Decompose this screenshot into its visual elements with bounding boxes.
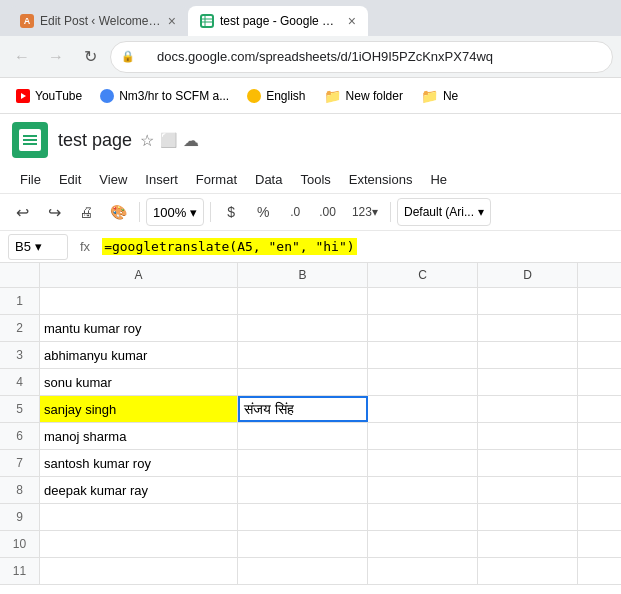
cell-b3[interactable] — [238, 342, 368, 368]
bookmark-nm3[interactable]: Nm3/hr to SCFM a... — [92, 85, 237, 107]
decimal-increase-button[interactable]: .00 — [313, 198, 342, 226]
cell-b11[interactable] — [238, 558, 368, 584]
menu-view[interactable]: View — [91, 168, 135, 191]
tab2-close[interactable]: × — [348, 13, 356, 29]
cell-b1[interactable] — [238, 288, 368, 314]
cell-c8[interactable] — [368, 477, 478, 503]
cell-ref-value: B5 — [15, 239, 31, 254]
menu-format[interactable]: Format — [188, 168, 245, 191]
cell-reference-box[interactable]: B5 ▾ — [8, 234, 68, 260]
cell-b6[interactable] — [238, 423, 368, 449]
cell-b2[interactable] — [238, 315, 368, 341]
tab1-title: Edit Post ‹ Welcome to Abhi's Bl... — [40, 14, 162, 28]
cell-d8[interactable] — [478, 477, 578, 503]
cell-c9[interactable] — [368, 504, 478, 530]
row-num-4: 4 — [0, 369, 40, 395]
doc-title[interactable]: test page — [58, 130, 132, 151]
logo-line-3 — [23, 143, 37, 145]
column-headers: A B C D — [0, 263, 621, 288]
cell-a3[interactable]: abhimanyu kumar — [40, 342, 238, 368]
paint-format-button[interactable]: 🎨 — [104, 198, 133, 226]
cell-d9[interactable] — [478, 504, 578, 530]
star-icon[interactable]: ☆ — [140, 131, 154, 150]
cell-d5[interactable] — [478, 396, 578, 422]
menu-insert[interactable]: Insert — [137, 168, 186, 191]
redo-button[interactable]: ↪ — [40, 198, 68, 226]
address-input[interactable]: 🔒 docs.google.com/spreadsheets/d/1iOH9I5… — [110, 41, 613, 73]
forward-button[interactable]: → — [42, 43, 70, 71]
cell-b7[interactable] — [238, 450, 368, 476]
cell-a1[interactable] — [40, 288, 238, 314]
cell-c6[interactable] — [368, 423, 478, 449]
menu-file[interactable]: File — [12, 168, 49, 191]
formula-content[interactable]: =googletranslate(A5, "en", "hi") — [102, 239, 613, 254]
nm3-favicon — [100, 89, 114, 103]
col-header-b[interactable]: B — [238, 263, 368, 287]
menu-extensions[interactable]: Extensions — [341, 168, 421, 191]
cell-a2[interactable]: mantu kumar roy — [40, 315, 238, 341]
bookmarks-bar: YouTube Nm3/hr to SCFM a... English 📁 Ne… — [0, 78, 621, 114]
cell-d10[interactable] — [478, 531, 578, 557]
col-header-c[interactable]: C — [368, 263, 478, 287]
bookmark-youtube[interactable]: YouTube — [8, 85, 90, 107]
folder-move-icon[interactable]: ⬜ — [160, 132, 177, 148]
folder2-icon: 📁 — [421, 88, 438, 104]
cell-c5[interactable] — [368, 396, 478, 422]
cell-b8[interactable] — [238, 477, 368, 503]
row-num-11: 11 — [0, 558, 40, 584]
cell-a10[interactable] — [40, 531, 238, 557]
currency-button[interactable]: $ — [217, 198, 245, 226]
cloud-sync-icon[interactable]: ☁ — [183, 131, 199, 150]
reload-button[interactable]: ↻ — [76, 43, 104, 71]
menu-edit[interactable]: Edit — [51, 168, 89, 191]
cell-c3[interactable] — [368, 342, 478, 368]
cell-c2[interactable] — [368, 315, 478, 341]
cell-a5[interactable]: sanjay singh — [40, 396, 238, 422]
back-button[interactable]: ← — [8, 43, 36, 71]
undo-button[interactable]: ↩ — [8, 198, 36, 226]
font-select[interactable]: Default (Ari... ▾ — [397, 198, 491, 226]
tab1-close[interactable]: × — [168, 13, 176, 29]
tab-1[interactable]: A Edit Post ‹ Welcome to Abhi's Bl... × — [8, 6, 188, 36]
row-num-9: 9 — [0, 504, 40, 530]
print-button[interactable]: 🖨 — [72, 198, 100, 226]
col-header-d[interactable]: D — [478, 263, 578, 287]
cell-b10[interactable] — [238, 531, 368, 557]
table-row: 4 sonu kumar — [0, 369, 621, 396]
cell-d3[interactable] — [478, 342, 578, 368]
cell-a9[interactable] — [40, 504, 238, 530]
cell-d2[interactable] — [478, 315, 578, 341]
cell-a7[interactable]: santosh kumar roy — [40, 450, 238, 476]
cell-ref-chevron: ▾ — [35, 239, 42, 254]
percent-button[interactable]: % — [249, 198, 277, 226]
bookmark-ne[interactable]: 📁 Ne — [413, 84, 466, 108]
decimal-decrease-button[interactable]: .0 — [281, 198, 309, 226]
bookmark-english[interactable]: English — [239, 85, 313, 107]
cell-a4[interactable]: sonu kumar — [40, 369, 238, 395]
cell-c4[interactable] — [368, 369, 478, 395]
cell-d11[interactable] — [478, 558, 578, 584]
bookmark-newfolder[interactable]: 📁 New folder — [316, 84, 411, 108]
zoom-select[interactable]: 100% ▾ — [146, 198, 204, 226]
more-formats-button[interactable]: 123 ▾ — [346, 198, 384, 226]
cell-b5[interactable]: संजय सिंह — [238, 396, 368, 422]
cell-a6[interactable]: manoj sharma — [40, 423, 238, 449]
cell-c10[interactable] — [368, 531, 478, 557]
cell-d4[interactable] — [478, 369, 578, 395]
cell-b9[interactable] — [238, 504, 368, 530]
font-label: Default (Ari... — [404, 205, 474, 219]
tab-2[interactable]: test page - Google Sheets × — [188, 6, 368, 36]
cell-a11[interactable] — [40, 558, 238, 584]
cell-d1[interactable] — [478, 288, 578, 314]
cell-c11[interactable] — [368, 558, 478, 584]
cell-b4[interactable] — [238, 369, 368, 395]
menu-tools[interactable]: Tools — [292, 168, 338, 191]
cell-d7[interactable] — [478, 450, 578, 476]
menu-data[interactable]: Data — [247, 168, 290, 191]
cell-c1[interactable] — [368, 288, 478, 314]
cell-d6[interactable] — [478, 423, 578, 449]
cell-a8[interactable]: deepak kumar ray — [40, 477, 238, 503]
menu-help[interactable]: He — [422, 168, 455, 191]
cell-c7[interactable] — [368, 450, 478, 476]
col-header-a[interactable]: A — [40, 263, 238, 287]
